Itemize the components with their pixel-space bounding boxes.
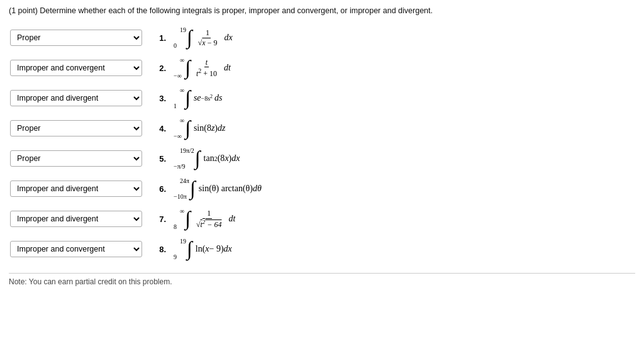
problem-list: Proper Improper and convergent Improper …	[9, 23, 635, 264]
dropdown-wrapper-2: Proper Improper and convergent Improper …	[10, 60, 142, 76]
problem-number-6: 6.	[151, 184, 166, 194]
answer-select-5[interactable]: Proper Improper and convergent Improper …	[10, 150, 142, 167]
problem-number-4: 4.	[151, 124, 166, 133]
problem-number-3: 3.	[151, 94, 166, 103]
math-expr-3: ∞ 1 ∫ se−8s2 ds	[172, 87, 223, 109]
math-expr-8: 19 9 ∫ ln(x − 9) dx	[172, 238, 232, 260]
problem-row: Proper Improper and convergent Improper …	[9, 143, 635, 174]
math-expr-6: 24π −10π ∫ sin(θ) arctan(θ) dθ	[172, 177, 262, 200]
answer-select-4[interactable]: Proper Improper and convergent Improper …	[10, 120, 142, 136]
problem-number-8: 8.	[151, 245, 166, 254]
problem-row: Proper Improper and convergent Improper …	[9, 174, 635, 204]
answer-select-1[interactable]: Proper Improper and convergent Improper …	[10, 30, 142, 46]
problem-number-7: 7.	[151, 214, 166, 224]
problem-number-5: 5.	[151, 154, 166, 164]
dropdown-wrapper-6: Proper Improper and convergent Improper …	[10, 181, 142, 197]
dropdown-wrapper-3: Proper Improper and convergent Improper …	[10, 90, 142, 106]
answer-select-2[interactable]: Proper Improper and convergent Improper …	[10, 60, 142, 76]
instruction: (1 point) Determine whether each of the …	[9, 6, 635, 15]
dropdown-wrapper-8: Proper Improper and convergent Improper …	[10, 241, 142, 257]
problem-number-1: 1.	[151, 33, 166, 43]
answer-select-8[interactable]: Proper Improper and convergent Improper …	[10, 241, 142, 257]
math-expr-4: ∞ −∞ ∫ sin(8z) dz	[172, 117, 225, 140]
problem-row: Proper Improper and convergent Improper …	[9, 53, 635, 83]
dropdown-wrapper-5: Proper Improper and convergent Improper …	[10, 150, 142, 167]
problem-row: Proper Improper and convergent Improper …	[9, 113, 635, 143]
problem-row: Proper Improper and convergent Improper …	[9, 83, 635, 113]
problem-row: Proper Improper and convergent Improper …	[9, 204, 635, 234]
math-expr-5: 19π/2 −π/9 ∫ tan2(8x) dx	[172, 147, 240, 170]
answer-select-3[interactable]: Proper Improper and convergent Improper …	[10, 90, 142, 106]
math-expr-7: ∞ 8 ∫ 1 √t2 − 64 dt	[172, 208, 235, 230]
problem-number-2: 2.	[151, 64, 166, 73]
answer-select-6[interactable]: Proper Improper and convergent Improper …	[10, 181, 142, 197]
math-expr-2: ∞ −∞ ∫ t t2 + 10 dt	[172, 57, 231, 79]
dropdown-wrapper-1: Proper Improper and convergent Improper …	[10, 30, 142, 46]
answer-select-7[interactable]: Proper Improper and convergent Improper …	[10, 211, 142, 227]
dropdown-wrapper-7: Proper Improper and convergent Improper …	[10, 211, 142, 227]
dropdown-wrapper-4: Proper Improper and convergent Improper …	[10, 120, 142, 136]
problem-row: Proper Improper and convergent Improper …	[9, 23, 635, 53]
problem-row: Proper Improper and convergent Improper …	[9, 234, 635, 264]
footer-note: Note: You can earn partial credit on thi…	[9, 273, 635, 286]
math-expr-1: 19 0 ∫ 1 √x − 9 dx	[172, 26, 233, 49]
